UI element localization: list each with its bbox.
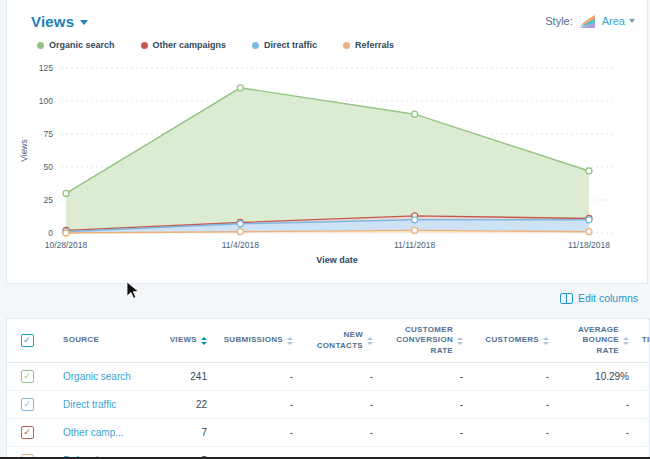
cell-source: Direct traffic <box>47 391 159 419</box>
cell-new-contacts: - <box>303 419 383 447</box>
column-header-views[interactable]: VIEWS <box>159 319 217 363</box>
column-header-customers[interactable]: CUSTOMERS <box>473 319 559 363</box>
column-header-source: SOURCE <box>47 319 159 363</box>
cell-customers: - <box>473 391 559 419</box>
cell-customer-conversion-rate: - <box>383 419 473 447</box>
x-tick-label: 10/28/2018 <box>45 240 88 250</box>
data-point[interactable] <box>586 229 592 235</box>
y-tick-label: 50 <box>44 162 54 172</box>
cell-submissions: - <box>217 363 303 391</box>
row-checkbox[interactable]: ✓ <box>21 398 34 411</box>
column-header-submissions[interactable]: SUBMISSIONS <box>217 319 303 363</box>
cell-new-contacts: - <box>303 363 383 391</box>
sort-arrows-icon <box>543 337 549 345</box>
data-point[interactable] <box>412 227 418 233</box>
cell-views: 241 <box>159 363 217 391</box>
column-header-label: SUBMISSIONS <box>224 335 283 345</box>
select-all-checkbox[interactable]: ✓ <box>21 334 34 347</box>
data-point[interactable] <box>237 85 243 91</box>
cell-submissions: - <box>217 419 303 447</box>
row-checkbox[interactable]: ✓ <box>21 370 34 383</box>
column-header-label: CUSTOMERS <box>485 335 539 345</box>
cell-average-bounce-rate: - <box>559 419 639 447</box>
column-header-time-on-page[interactable]: TIME ON PAGE <box>639 319 650 363</box>
edit-columns-button[interactable]: Edit columns <box>560 292 638 304</box>
source-link[interactable]: Other camp... <box>63 427 124 438</box>
data-point[interactable] <box>237 221 243 227</box>
cell-time-on-page: 6 minutes <box>639 391 650 419</box>
area-fill <box>66 88 589 233</box>
cell-source: Organic search <box>47 363 159 391</box>
select-all-checkbox-cell: ✓ <box>7 319 47 363</box>
table-header-row: ✓SOURCEVIEWSSUBMISSIONSNEW CONTACTSCUSTO… <box>7 319 650 363</box>
table-toolbar: Edit columns <box>0 284 650 318</box>
column-header-average-bounce-rate[interactable]: AVERAGE BOUNCE RATE <box>559 319 639 363</box>
row-checkbox-cell: ✓ <box>7 391 47 419</box>
sources-table: ✓SOURCEVIEWSSUBMISSIONSNEW CONTACTSCUSTO… <box>6 318 650 459</box>
cell-views: 7 <box>159 419 217 447</box>
report-card: Views Style: Area Organic searchOther ca… <box>6 0 648 284</box>
x-axis-title: View date <box>316 255 357 265</box>
data-point[interactable] <box>63 230 69 236</box>
data-point[interactable] <box>412 111 418 117</box>
column-header-label: VIEWS <box>170 335 197 345</box>
area-chart: 025507510012510/28/201811/4/201811/11/20… <box>7 0 649 282</box>
table-row: ✓Organic search241----10.29%4 minutes <box>7 363 650 391</box>
row-checkbox-cell: ✓ <box>7 419 47 447</box>
column-header-label: NEW CONTACTS <box>303 330 363 351</box>
y-axis-title: Views <box>19 139 29 162</box>
column-header-label: AVERAGE BOUNCE RATE <box>559 325 619 356</box>
column-header-new-contacts[interactable]: NEW CONTACTS <box>303 319 383 363</box>
sort-arrows-icon <box>201 337 207 345</box>
edit-columns-label: Edit columns <box>578 292 638 304</box>
cell-customers: - <box>473 363 559 391</box>
cell-customer-conversion-rate: - <box>383 363 473 391</box>
column-header-customer-conversion-rate[interactable]: CUSTOMER CONVERSION RATE <box>383 319 473 363</box>
cell-average-bounce-rate: 10.29% <box>559 363 639 391</box>
cell-new-contacts: - <box>303 391 383 419</box>
y-tick-label: 100 <box>39 96 53 106</box>
y-tick-label: 125 <box>39 63 53 73</box>
data-point[interactable] <box>586 217 592 223</box>
data-point[interactable] <box>586 168 592 174</box>
data-point[interactable] <box>63 190 69 196</box>
cell-time-on-page: 4 minutes <box>639 363 650 391</box>
data-point[interactable] <box>237 229 243 235</box>
cell-submissions: - <box>217 391 303 419</box>
sort-arrows-icon <box>287 337 293 345</box>
column-header-label: SOURCE <box>63 335 99 345</box>
y-tick-label: 25 <box>44 195 54 205</box>
y-tick-label: 0 <box>48 228 53 238</box>
x-tick-label: 11/4/2018 <box>222 240 259 250</box>
x-tick-label: 11/18/2018 <box>568 240 610 250</box>
column-header-label: TIME ON PAGE <box>642 335 650 345</box>
source-link[interactable]: Direct traffic <box>63 399 116 410</box>
source-link[interactable]: Organic search <box>63 371 131 382</box>
column-header-label: CUSTOMER CONVERSION RATE <box>383 325 453 356</box>
row-checkbox[interactable]: ✓ <box>21 426 34 439</box>
table-row: ✓Other camp...7-----1 minute <box>7 419 650 447</box>
cell-time-on-page: 1 minute <box>639 419 650 447</box>
y-tick-label: 75 <box>44 129 54 139</box>
cell-average-bounce-rate: - <box>559 391 639 419</box>
sort-arrows-icon <box>367 337 373 345</box>
cell-customer-conversion-rate: - <box>383 391 473 419</box>
cell-views: 22 <box>159 391 217 419</box>
data-point[interactable] <box>412 217 418 223</box>
x-tick-label: 11/11/2018 <box>394 240 436 250</box>
row-checkbox-cell: ✓ <box>7 363 47 391</box>
sort-arrows-icon <box>623 337 629 345</box>
cell-source: Other camp... <box>47 419 159 447</box>
table-row: ✓Direct traffic22-----6 minutes <box>7 391 650 419</box>
table-body: ✓Organic search241----10.29%4 minutes✓Di… <box>7 363 650 459</box>
sort-arrows-icon <box>457 337 463 345</box>
cell-customers: - <box>473 419 559 447</box>
table-columns-icon <box>560 293 573 304</box>
